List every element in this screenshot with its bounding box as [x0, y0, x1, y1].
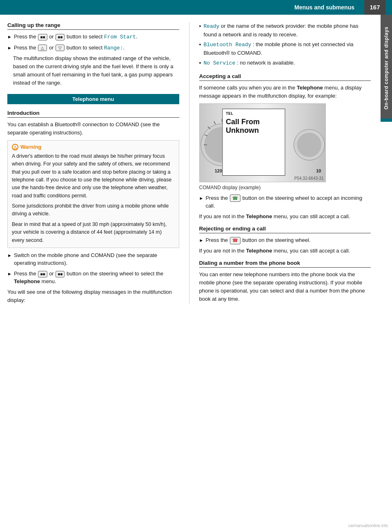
range-item-2-text: Press the △ or ▽ button to select Range:… — [14, 44, 179, 52]
arrow-icon-3: ► — [7, 252, 12, 259]
ready-description: or the name of the network provider: the… — [203, 23, 358, 38]
arrow-icon-6: ► — [199, 237, 204, 244]
display-caption: COMAND display (example) — [199, 184, 371, 192]
warning-para-1: A driver's attention to the road must al… — [12, 152, 175, 200]
warning-para-3: Bear in mind that at a speed of just 30 … — [12, 221, 175, 244]
intro-text: You can establish a Bluetooth® connectio… — [7, 121, 179, 137]
bullet-dot-3: • — [199, 59, 201, 67]
arrow-icon-5: ► — [199, 195, 204, 202]
range-code: Range: — [104, 45, 123, 51]
status-bluetooth-text: Bluetooth Ready : the mobile phone is no… — [203, 40, 371, 57]
svg-text:120: 120 — [214, 168, 222, 173]
tel-label: TEL — [226, 112, 233, 116]
btn-menu-left-1: ■■ — [38, 34, 47, 40]
status-ready-text: Ready or the name of the network provide… — [203, 22, 371, 38]
bullet-dot-1: • — [199, 22, 201, 31]
warning-title: △ Warning — [12, 144, 175, 150]
header-title: Menus and submenus — [0, 4, 364, 11]
tel-screen: TEL Call From Unknown — [222, 109, 285, 176]
warning-box: △ Warning A driver's attention to the ro… — [7, 140, 179, 248]
svg-text:10: 10 — [316, 168, 321, 173]
svg-point-13 — [297, 133, 321, 157]
main-content: Calling up the range ► Press the ■■ or ■… — [0, 15, 392, 312]
reject-note: If you are not in the Telephone menu, yo… — [199, 247, 371, 255]
accept-call-item: ► Press the ☎ button on the steering whe… — [199, 194, 371, 210]
warning-para-2: Some jurisdictions prohibit the driver f… — [12, 202, 175, 218]
reject-call-text: Press the ☎ button on the steering wheel… — [205, 236, 371, 244]
telephone-menu-box: Telephone menu — [7, 94, 179, 104]
setup-item-2: ► Press the ■■ or ■■ button on the steer… — [7, 270, 179, 286]
tel-call-line2: Unknown — [226, 126, 259, 135]
tel-call-line1: Call From — [226, 118, 260, 127]
btn-menu-right-2: ■■ — [56, 271, 65, 277]
column-divider — [189, 22, 189, 304]
side-tab-accent — [381, 118, 392, 122]
right-column: • Ready or the name of the network provi… — [191, 22, 371, 304]
reject-call-item: ► Press the ☎ button on the steering whe… — [199, 236, 371, 244]
no-service-description: : no network is available. — [237, 60, 295, 66]
heading-calling-up-range: Calling up the range — [7, 22, 179, 30]
heading-accepting-call: Accepting a call — [199, 73, 371, 81]
bluetooth-ready-code: Bluetooth Ready — [203, 42, 251, 48]
from-start-code: From Start — [104, 34, 136, 40]
setup-item-1: ► Switch on the mobile phone and COMAND … — [7, 251, 179, 267]
heading-rejecting-call: Rejecting or ending a call — [199, 226, 371, 233]
setup-item-1-text: Switch on the mobile phone and COMAND (s… — [14, 251, 179, 267]
status-bluetooth-ready: • Bluetooth Ready : the mobile phone is … — [199, 40, 371, 57]
range-description: The multifunction display shows the esti… — [13, 54, 179, 87]
side-tab: On-board computer and displays — [381, 15, 392, 121]
btn-down: ▽ — [56, 45, 65, 51]
status-ready: • Ready or the name of the network provi… — [199, 22, 371, 38]
svg-line-6 — [214, 121, 215, 124]
heading-introduction: Introduction — [7, 110, 179, 118]
watermark: carmanualsonline.info — [348, 523, 388, 528]
btn-menu-left-2: ■■ — [38, 271, 47, 277]
page-number: 167 — [364, 0, 385, 15]
heading-dialing: Dialing a number from the phone book — [199, 260, 371, 268]
setup-item-2-text: Press the ■■ or ■■ button on the steerin… — [14, 270, 179, 286]
accepting-intro: If someone calls you when you are in the… — [199, 84, 371, 100]
warning-triangle-icon: △ — [12, 144, 18, 150]
dialing-description: You can enter new telephone numbers into… — [199, 270, 371, 304]
accept-note: If you are not in the Telephone menu, yo… — [199, 212, 371, 221]
range-item-1: ► Press the ■■ or ■■ button to select Fr… — [7, 33, 179, 41]
arrow-icon-1: ► — [7, 34, 12, 40]
status-no-service-text: No Service : no network is available. — [203, 59, 295, 67]
warning-label: Warning — [20, 144, 42, 150]
display-ref: P54.32-6643-31 — [294, 176, 324, 181]
bullet-dot-2: • — [199, 40, 201, 49]
btn-phone-end: ☎ — [230, 237, 241, 244]
no-service-code: No Service — [203, 60, 235, 66]
side-tab-label: On-board computer and displays — [383, 26, 389, 109]
display-messages-text: You will see one of the following displa… — [7, 288, 179, 304]
range-item-2: ► Press the △ or ▽ button to select Rang… — [7, 44, 179, 52]
ready-code: Ready — [203, 23, 219, 29]
range-item-1-text: Press the ■■ or ■■ button to select From… — [14, 33, 179, 41]
arrow-icon-2: ► — [7, 45, 12, 51]
btn-menu-right-1: ■■ — [56, 34, 65, 40]
left-column: Calling up the range ► Press the ■■ or ■… — [7, 22, 187, 304]
display-image-inner: 120 10 — [200, 104, 325, 182]
btn-up: △ — [38, 45, 47, 51]
status-no-service: • No Service : no network is available. — [199, 59, 371, 67]
accept-call-text: Press the ☎ button on the steering wheel… — [205, 194, 371, 210]
arrow-icon-4: ► — [7, 270, 12, 277]
header-bar: Menus and submenus 167 — [0, 0, 392, 15]
btn-phone-accept: ☎ — [230, 194, 241, 202]
comand-display-image: 120 10 — [199, 103, 326, 182]
